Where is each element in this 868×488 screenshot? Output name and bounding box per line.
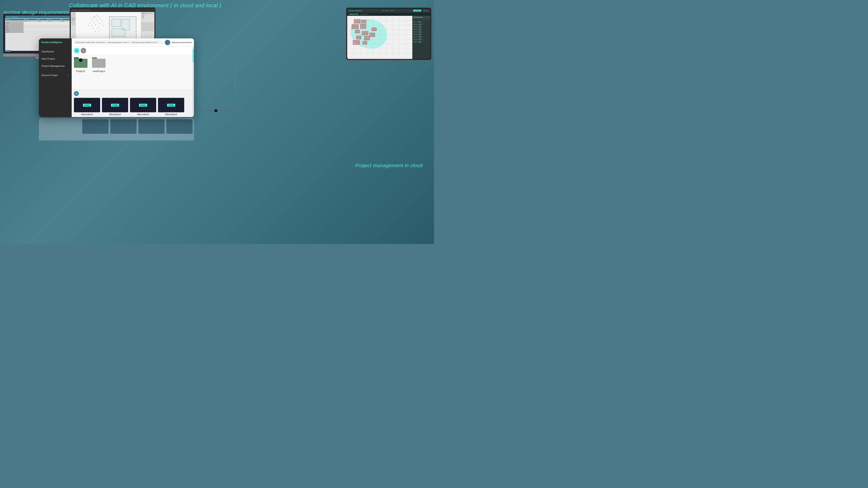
plan-row-1: Plan 1 0.5 [412,21,430,23]
plan-row-8: Plan 8 0.4 [412,38,430,41]
newproject-label: newProject [93,70,105,72]
alternative4-label: Alternative4 [165,113,177,116]
plan-row-4: Plan 4 0.6 [412,28,430,31]
plan-row-2: Plan 2 0.5 [412,23,430,26]
recent-thumb-1: DONE [74,98,100,112]
recent-section: ↺ DONE Alternative1 DONE Al [72,90,194,117]
folder-icon-newproject [92,57,105,68]
room-box-3 [352,24,359,29]
room-box-4 [360,24,366,29]
subscription-info: Subscription expire date: 2024/11/03 — R… [74,41,163,44]
app-topbar: Subscription expire date: 2024/11/03 — R… [72,38,194,46]
app-reflection [39,118,194,140]
room-box-5 [355,30,360,33]
room-box-2 [361,20,366,23]
recent-item-3[interactable]: DONE Alternative3 [130,98,156,116]
nav-project-management[interactable]: Project Management [39,62,72,70]
recent-thumb-3: DONE [130,98,156,112]
tablet-menu-edit[interactable]: Edit [386,10,389,11]
refresh-button[interactable]: ↺ [74,48,79,53]
tablet-tab-solutions[interactable]: Solutions [422,10,429,11]
recent-thumbnails: DONE Alternative1 DONE Alternative2 [74,98,192,116]
tablet-total-area: Total area: 60 M [348,13,359,15]
app-main-content: Subscription expire date: 2024/11/03 — R… [72,38,194,117]
project1-label: Project1 [76,70,85,72]
tablet-menu-file[interactable]: File [382,10,384,11]
tablet-topbar: Termite Intelligence File Edit Help Expl… [347,8,430,13]
tablet-screen: Termite Intelligence File Edit Help Expl… [346,7,432,60]
plan-row-7: Plan 7 0.4 [412,36,430,38]
add-space-button[interactable]: Add Space [5,50,11,51]
collaborate-label: Collaborate with AI in CAD environment (… [69,2,221,8]
scrollbar-thumb [193,49,194,62]
monitor-toolbar: File Edit View Tools [71,8,154,12]
recent-header: ↺ [74,91,192,96]
archive-label: Archive design requirements [3,9,69,15]
project-mgmt-label: Project management in cloud [355,163,423,168]
room-box-10 [363,41,367,44]
app-sidebar-title: Termite Intelligence [39,38,72,46]
tablet-draw-area: Draw area: 0 M [361,13,368,15]
sidebar-divider [39,70,72,71]
settings-button[interactable]: ⊙ [81,48,86,53]
tablet-grid[interactable] [347,16,412,59]
room-box-7 [356,36,361,39]
tablet-device: Termite Intelligence File Edit Help Expl… [346,7,432,60]
recent-thumb-4: DONE [158,98,184,112]
tablet-info-bar: Total area: 60 M Draw area: 0 M [347,13,430,16]
done-badge-4: DONE [167,104,175,107]
room-box-8 [364,36,370,40]
room-box-1 [354,19,360,23]
user-avatar: 👤 [165,40,170,45]
project-folder-new[interactable]: newProject [92,57,105,87]
recent-item-4[interactable]: DONE Alternative4 [158,98,184,116]
recent-thumb-2: DONE [102,98,128,112]
floor-plan [109,17,136,39]
alternative2-label: Alternative2 [109,113,121,116]
project-folder-1[interactable]: Project1 [74,57,88,87]
recent-item-2[interactable]: DONE Alternative2 [102,98,128,116]
nav-new-project[interactable]: New Project [39,55,72,62]
app-scrollbar[interactable] [193,46,194,117]
tablet-menu: File Edit Help [382,10,393,11]
alternative1-label: Alternative1 [81,113,93,116]
nav-dashboard[interactable]: Dashboard [39,48,72,55]
action-buttons-row: ↺ ⊙ [72,46,194,55]
main-app-window: Termite Intelligence Dashboard New Proje… [39,38,194,117]
projects-area: Project1 newProject [72,55,194,90]
app-sidebar-nav: Dashboard New Project Project Management… [39,46,72,117]
tablet-scores-panel: Remaining scores IndexRateCompareFavorit… [412,16,430,59]
room-box-12 [369,33,375,37]
tablet-panel-title: Remaining scores [412,16,430,19]
tablet-menu-help[interactable]: Help [391,10,393,11]
app-sidebar: Termite Intelligence Dashboard New Proje… [39,38,72,117]
user-badge: 👤 Welcome back termite [165,40,192,45]
done-badge-2: DONE [111,104,119,107]
plan-row-9: Plan 9 0.4 [412,41,430,43]
alternative3-label: Alternative3 [137,113,149,116]
folder-icon-project1 [74,57,88,68]
plan-row-5: Plan 5 0.4 [412,31,430,33]
nav-recent-project[interactable]: Recent Project ∨ [39,72,72,79]
tablet-tab-exploration[interactable]: Exploration [413,10,421,11]
scatter-plot: → [80,14,107,37]
room-box-9 [353,40,360,45]
plan-row-3: Plan 3 0.6 [412,26,430,28]
plan-row-6: Plan 6 0.6 [412,33,430,36]
recent-item-1[interactable]: DONE Alternative1 [74,98,100,116]
chevron-down-icon: ∨ [67,74,69,76]
done-badge-3: DONE [139,104,147,107]
done-badge-1: DONE [83,104,91,107]
room-box-11 [372,28,377,31]
welcome-text: Welcome back termite [172,41,192,43]
recent-icon: ↺ [74,91,79,96]
room-box-6 [362,31,368,35]
tablet-tabs: Exploration Solutions [413,10,429,11]
